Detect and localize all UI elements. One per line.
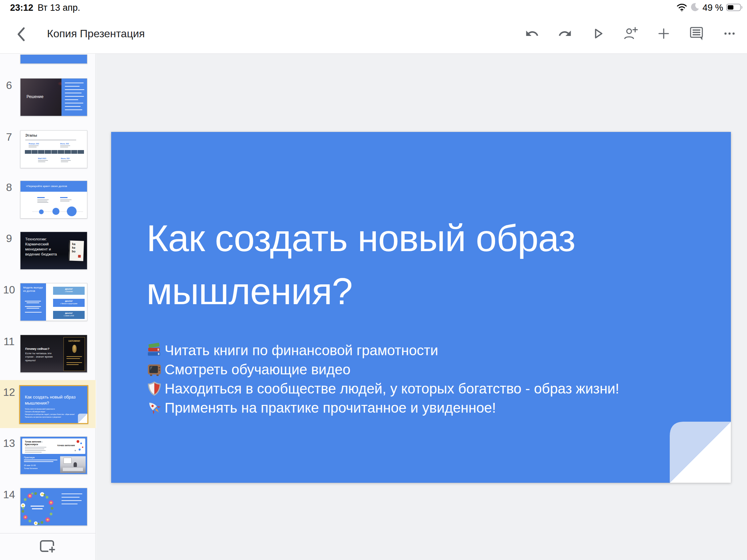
comment-icon[interactable] — [689, 26, 704, 41]
google-slides-app: 23:12 Вт 13 апр. 49 % — [0, 0, 747, 560]
date: Вт 13 апр. — [37, 3, 80, 13]
battery-icon — [726, 3, 743, 13]
rocket-emoji — [147, 400, 162, 416]
redo-button[interactable] — [558, 26, 572, 41]
slide-title-textbox[interactable]: Как создать новый образ мышления? — [147, 212, 691, 318]
thumb-11-heading: Почему сейчас? — [25, 347, 49, 350]
slide-thumbnail-13[interactable]: Точка кипения - Красноярск точка кипения… — [20, 436, 87, 474]
slide-number: 13 — [1, 437, 18, 450]
more-options-button[interactable] — [722, 26, 737, 41]
thumb-8-title: «Перекройте кран» своих долгов — [26, 185, 67, 188]
slide-thumbnail-8[interactable]: «Перекройте кран» своих долгов — [20, 181, 87, 218]
slide-filmstrip: 6 Решение 7 Этапы Январь 202 — [0, 54, 96, 560]
bullet-row: Читать книги по финансовой грамотности — [147, 341, 619, 360]
present-button[interactable] — [591, 26, 605, 41]
bullet-row: Находиться в сообществе людей, у которых… — [147, 379, 619, 398]
slide-number: 7 — [1, 131, 18, 143]
thumb-13-logo: точка кипения — [57, 444, 75, 447]
toolbar: Копия Презентация — [0, 16, 747, 54]
back-button[interactable] — [14, 26, 28, 44]
slide-number: 11 — [1, 336, 18, 348]
slide-thumbnail-6[interactable]: Решение — [20, 78, 87, 116]
toolbar-actions — [525, 26, 737, 41]
slide-thumbnail-11[interactable]: Почему сейчас? Если ты читаешь эти строк… — [20, 335, 87, 373]
slide-number: 10 — [1, 284, 18, 296]
do-not-disturb-moon-icon — [690, 3, 699, 13]
thumb-11-poster: ЗАПОМНИ! — [63, 337, 85, 371]
sidebar-divider — [0, 533, 95, 533]
add-slide-button[interactable] — [0, 536, 95, 557]
slide-thumbnail-7[interactable]: Этапы Январь 202 Июнь 202 Май 2021 Июль … — [20, 130, 87, 168]
thumb-10-box-3: ДИАЛОГ с самим собой — [53, 311, 85, 319]
thumb-6-title: Решение — [27, 95, 43, 99]
slide-thumbnail-12-selected[interactable]: Как создать новый образ мышления? Читать… — [19, 385, 88, 424]
slide-number: 9 — [1, 232, 18, 245]
thumb-13-card: Точка кипения - Красноярск точка кипения — [22, 438, 85, 454]
thumb-9-book: ka ke bo — [69, 240, 84, 261]
status-icons: 49 % — [676, 3, 743, 13]
document-title[interactable]: Копия Презентация — [47, 28, 145, 40]
thumb-6-panel — [61, 79, 87, 116]
thumb-11-text: Если ты читаешь эти строки - значит врем… — [25, 352, 60, 362]
slide-thumbnail-5-partial[interactable] — [20, 54, 87, 64]
slide-canvas: Как создать новый образ мышления? Читать… — [96, 54, 747, 560]
slide-thumbnail-10[interactable]: Модель выхода из долгов ДИАЛОГ с близким… — [20, 283, 87, 321]
thumb-7-timeline — [25, 150, 84, 154]
tv-emoji — [147, 362, 162, 377]
thumb-13-photo — [60, 456, 86, 473]
slide-number: 14 — [1, 488, 18, 501]
books-emoji — [147, 342, 162, 358]
undo-button[interactable] — [525, 26, 539, 41]
shield-emoji — [147, 381, 162, 397]
selected-slide-row: 12 Как создать новый образ мышления? Чит… — [0, 380, 96, 428]
add-button[interactable] — [656, 26, 671, 41]
bullet-row: Смотреть обучающие видео — [147, 360, 619, 379]
slide-thumbnail-9[interactable]: Технологии: Кармический менеджмент и вед… — [20, 232, 87, 270]
wifi-icon — [676, 3, 687, 13]
thumb-10-box-2: ДИАЛОГ с банком и кредиторами — [53, 299, 85, 307]
add-person-icon[interactable] — [623, 26, 638, 41]
current-slide[interactable]: Как создать новый образ мышления? Читать… — [111, 132, 731, 483]
status-bar: 23:12 Вт 13 апр. 49 % — [0, 0, 747, 16]
thumb-9-title: Технологии: Кармический менеджмент и вед… — [25, 237, 61, 257]
slide-body-textbox[interactable]: Читать книги по финансовой грамотности С… — [147, 341, 619, 417]
bullet-row: Применять на практике прочитанное и увид… — [147, 398, 619, 417]
slide-thumbnail-14[interactable] — [20, 488, 87, 526]
slide-number: 12 — [1, 386, 18, 399]
thumb-12-fold-corner — [78, 414, 87, 423]
battery-percent: 49 % — [702, 3, 723, 13]
clock: 23:12 — [10, 3, 33, 13]
slide-number: 8 — [1, 181, 18, 194]
thumb-7-title: Этапы — [25, 133, 37, 138]
slide-number: 6 — [1, 79, 18, 92]
thumb-10-box-1: ДИАЛОГ с близкими — [53, 287, 85, 295]
thumb-12-title: Как создать новый образ мышления? — [25, 394, 76, 406]
thumb-10-title: Модель выхода из долгов — [23, 286, 43, 293]
fold-corner — [670, 422, 731, 483]
